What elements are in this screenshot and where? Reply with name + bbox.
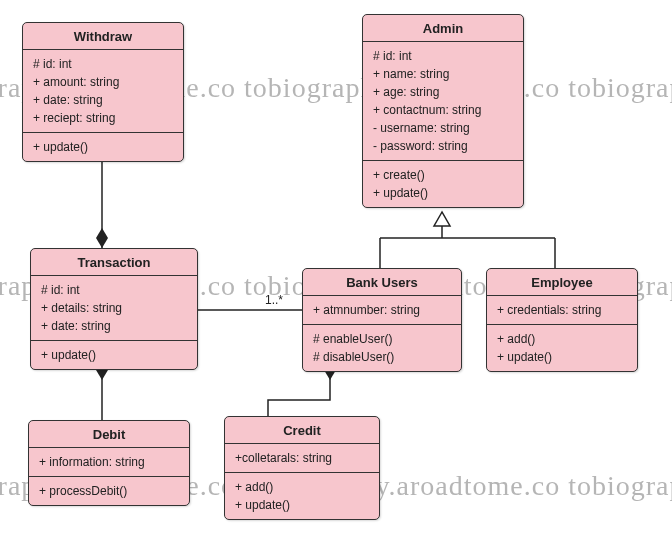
class-title: Admin <box>363 15 523 42</box>
attributes: # id: int + name: string + age: string +… <box>363 42 523 161</box>
method: + update() <box>373 184 513 202</box>
method: + update() <box>497 348 627 366</box>
attr: + credentials: string <box>497 301 627 319</box>
method: # enableUser() <box>313 330 451 348</box>
attr: + amount: string <box>33 73 173 91</box>
attr: +colletarals: string <box>235 449 369 467</box>
attr: + date: string <box>41 317 187 335</box>
class-debit: Debit + information: string + processDeb… <box>28 420 190 506</box>
attributes: +colletarals: string <box>225 444 379 473</box>
attr: + information: string <box>39 453 179 471</box>
uml-canvas: tobiography.aroadtome.co tobiography.aro… <box>0 0 672 533</box>
svg-marker-1 <box>96 228 108 248</box>
class-title: Debit <box>29 421 189 448</box>
attributes: + atmnumber: string <box>303 296 461 325</box>
attr: - username: string <box>373 119 513 137</box>
attr: + name: string <box>373 65 513 83</box>
multiplicity-label: 1..* <box>265 293 283 307</box>
attr: + details: string <box>41 299 187 317</box>
attr: # id: int <box>373 47 513 65</box>
methods: + update() <box>23 133 183 161</box>
class-transaction: Transaction # id: int + details: string … <box>30 248 198 370</box>
class-title: Credit <box>225 417 379 444</box>
svg-marker-7 <box>434 212 450 226</box>
class-title: Employee <box>487 269 637 296</box>
method: + add() <box>497 330 627 348</box>
methods: + add() + update() <box>487 325 637 371</box>
class-title: Transaction <box>31 249 197 276</box>
method: + update() <box>33 138 173 156</box>
method: + update() <box>235 496 369 514</box>
class-employee: Employee + credentials: string + add() +… <box>486 268 638 372</box>
method: + update() <box>41 346 187 364</box>
attributes: # id: int + details: string + date: stri… <box>31 276 197 341</box>
attr: + date: string <box>33 91 173 109</box>
attr: + contactnum: string <box>373 101 513 119</box>
attributes: # id: int + amount: string + date: strin… <box>23 50 183 133</box>
method: + processDebit() <box>39 482 179 500</box>
attr: # id: int <box>33 55 173 73</box>
class-admin: Admin # id: int + name: string + age: st… <box>362 14 524 208</box>
class-withdraw: Withdraw # id: int + amount: string + da… <box>22 22 184 162</box>
method: # disableUser() <box>313 348 451 366</box>
class-bankusers: Bank Users + atmnumber: string # enableU… <box>302 268 462 372</box>
method: + create() <box>373 166 513 184</box>
methods: + add() + update() <box>225 473 379 519</box>
class-title: Withdraw <box>23 23 183 50</box>
class-credit: Credit +colletarals: string + add() + up… <box>224 416 380 520</box>
methods: + update() <box>31 341 197 369</box>
class-title: Bank Users <box>303 269 461 296</box>
attributes: + information: string <box>29 448 189 477</box>
methods: # enableUser() # disableUser() <box>303 325 461 371</box>
methods: + processDebit() <box>29 477 189 505</box>
method: + add() <box>235 478 369 496</box>
methods: + create() + update() <box>363 161 523 207</box>
attr: + atmnumber: string <box>313 301 451 319</box>
attr: + reciept: string <box>33 109 173 127</box>
attr: + age: string <box>373 83 513 101</box>
attr: # id: int <box>41 281 187 299</box>
attr: - password: string <box>373 137 513 155</box>
attributes: + credentials: string <box>487 296 637 325</box>
